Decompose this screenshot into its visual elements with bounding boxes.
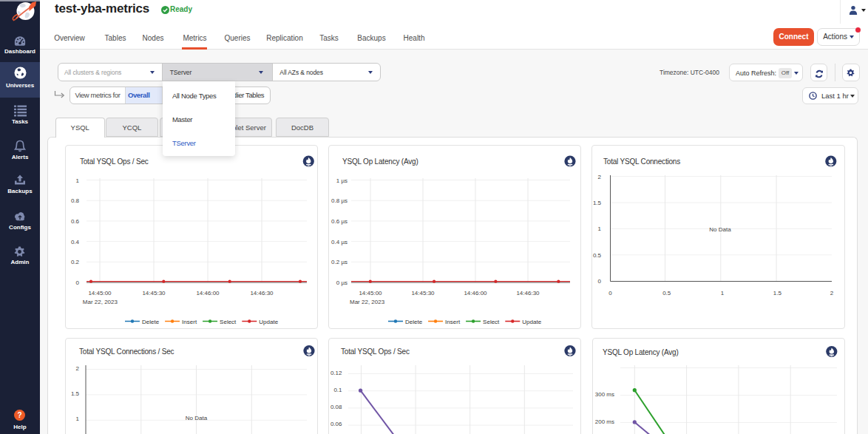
svg-text:Total YSQL Connections / Sec: Total YSQL Connections / Sec [79, 347, 174, 355]
svg-text:0: 0 [598, 278, 602, 285]
svg-text:0.12: 0.12 [330, 369, 342, 376]
svg-text:300 ms: 300 ms [595, 390, 614, 397]
svg-text:YSQL Op Latency (Avg): YSQL Op Latency (Avg) [603, 347, 679, 356]
svg-text:Total YSQL Ops / Sec: Total YSQL Ops / Sec [80, 157, 149, 166]
svg-text:14:46:30: 14:46:30 [516, 290, 540, 296]
svg-text:1: 1 [76, 177, 80, 184]
svg-text:Select: Select [220, 319, 237, 325]
svg-text:0.8 µs: 0.8 µs [331, 197, 347, 204]
svg-text:1: 1 [598, 226, 602, 232]
svg-text:14:45:30: 14:45:30 [411, 290, 435, 296]
svg-text:Insert: Insert [445, 319, 461, 325]
svg-text:Delete: Delete [142, 319, 160, 325]
svg-text:2: 2 [598, 174, 602, 180]
svg-text:0.06: 0.06 [330, 421, 342, 427]
svg-text:1: 1 [76, 416, 80, 422]
svg-text:Total YSQL Ops / Sec: Total YSQL Ops / Sec [341, 347, 410, 355]
svg-text:No Data: No Data [709, 226, 731, 233]
svg-text:0.6: 0.6 [71, 218, 80, 225]
svg-text:1.5: 1.5 [773, 290, 782, 296]
svg-text:0.1: 0.1 [333, 386, 342, 393]
svg-text:14:45:00: 14:45:00 [359, 290, 382, 296]
svg-text:14:46:00: 14:46:00 [196, 290, 220, 296]
svg-text:0.6 µs: 0.6 µs [331, 218, 347, 225]
svg-text:YSQL Op Latency (Avg): YSQL Op Latency (Avg) [342, 157, 418, 166]
svg-text:1: 1 [721, 290, 725, 296]
svg-text:0.2 µs: 0.2 µs [331, 259, 347, 265]
svg-text:Mar 22, 2023: Mar 22, 2023 [83, 299, 118, 305]
svg-text:0.4: 0.4 [71, 239, 80, 245]
svg-text:0.5: 0.5 [662, 290, 671, 296]
svg-text:No Data: No Data [186, 415, 208, 421]
svg-text:Insert: Insert [182, 319, 197, 325]
svg-text:14:45:00: 14:45:00 [88, 290, 112, 296]
svg-text:2: 2 [76, 365, 80, 371]
svg-text:Update: Update [259, 319, 278, 325]
svg-text:2: 2 [830, 290, 834, 296]
svg-text:14:46:00: 14:46:00 [464, 290, 487, 296]
svg-text:Total YSQL Connections: Total YSQL Connections [603, 157, 680, 166]
svg-text:0.8: 0.8 [71, 197, 80, 204]
svg-text:Select: Select [483, 319, 500, 325]
svg-text:200 ms: 200 ms [595, 418, 614, 424]
svg-text:14:46:30: 14:46:30 [250, 290, 274, 296]
svg-text:Delete: Delete [405, 319, 423, 325]
svg-text:Mar 22, 2023: Mar 22, 2023 [350, 299, 385, 305]
svg-text:1.5: 1.5 [71, 390, 80, 396]
svg-text:14:45:30: 14:45:30 [142, 290, 166, 296]
svg-text:0 µs: 0 µs [336, 279, 347, 286]
svg-text:0: 0 [608, 290, 612, 296]
svg-text:0: 0 [76, 279, 80, 286]
svg-text:1 µs: 1 µs [336, 177, 347, 184]
svg-text:0.4 µs: 0.4 µs [331, 239, 347, 245]
svg-text:1.5: 1.5 [593, 200, 602, 206]
svg-text:0.5: 0.5 [593, 252, 602, 259]
svg-text:0.08: 0.08 [330, 403, 342, 410]
svg-text:Update: Update [522, 319, 541, 325]
svg-text:0.2: 0.2 [71, 259, 80, 265]
